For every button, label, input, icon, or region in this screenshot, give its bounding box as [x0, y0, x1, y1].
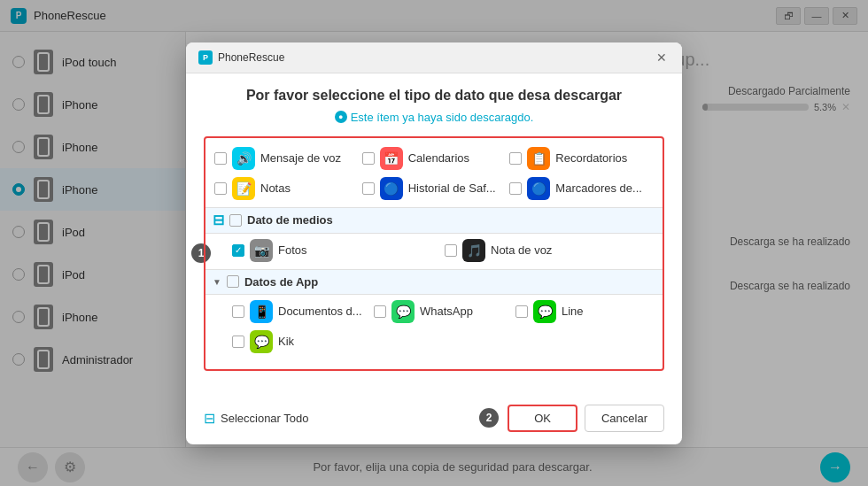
cancel-button[interactable]: Cancelar	[585, 405, 664, 432]
label-historial: Historial de Saf...	[408, 181, 496, 195]
checkbox-historial[interactable]	[362, 182, 375, 195]
checkbox-whatsapp[interactable]	[374, 305, 386, 318]
cell-nota-voz: 🎵 Nota de voz	[445, 239, 654, 262]
data-row-app-2: 💬 Kik	[214, 330, 654, 353]
checkbox-calendarios[interactable]	[362, 152, 375, 165]
select-all-icon: ⊟	[204, 410, 215, 427]
cell-recordatorios: 📋 Recordatorios	[509, 147, 654, 170]
checkbox-recordatorios[interactable]	[509, 152, 522, 165]
cell-line: 💬 Line	[515, 300, 654, 323]
icon-documentos: 📱	[250, 300, 273, 323]
selection-box[interactable]: 🔊 Mensaje de voz 📅 Calendarios 📋	[204, 136, 664, 371]
label-line: Line	[562, 305, 584, 318]
modal-subheading: ● Este ítem ya haya sido descaragdo.	[204, 111, 664, 124]
label-kik: Kik	[278, 335, 294, 348]
cell-mensaje-voz: 🔊 Mensaje de voz	[214, 147, 359, 170]
data-row-media: ✓ 📷 Fotos 🎵 Nota de voz	[214, 239, 654, 262]
selection-wrapper: 1 🔊 Mensaje de voz 📅	[204, 136, 664, 371]
modal-overlay: P PhoneRescue ✕ Por favor seleccione el …	[0, 0, 868, 486]
label-documentos: Documentos d...	[278, 305, 362, 318]
cell-marcadores: 🔵 Marcadores de...	[509, 177, 654, 200]
icon-kik: 💬	[250, 330, 273, 353]
info-icon: ●	[335, 111, 347, 123]
cell-documentos: 📱 Documentos d...	[232, 300, 370, 323]
section-triangle-app: ▼	[213, 277, 221, 287]
modal-heading: Por favor seleccione el tipo de dato que…	[204, 88, 664, 104]
checkbox-nota-voz[interactable]	[445, 244, 457, 257]
label-whatsapp: WhatsApp	[420, 305, 473, 318]
checkbox-marcadores[interactable]	[509, 182, 522, 195]
modal-body: Por favor seleccione el tipo de dato que…	[186, 73, 682, 396]
step2-badge: 2	[479, 408, 499, 428]
cell-notas: 📝 Notas	[214, 177, 359, 200]
section-title-app: Datos de App	[244, 275, 318, 289]
select-all-area: ⊟ Seleccionar Todo	[204, 410, 309, 427]
checkbox-kik[interactable]	[232, 336, 244, 348]
section-header-media: ⊟ Dato de medios	[205, 207, 663, 234]
icon-historial: 🔵	[380, 177, 403, 200]
icon-calendarios: 📅	[380, 147, 403, 170]
label-notas: Notas	[260, 181, 291, 195]
checkbox-media-section[interactable]	[229, 214, 242, 227]
modal-app-name: PhoneRescue	[218, 51, 284, 64]
section-minus-media: ⊟	[213, 213, 224, 228]
icon-fotos: 📷	[250, 239, 273, 262]
app-window: P PhoneRescue 🗗 — ✕ iPod touch	[0, 0, 868, 486]
modal-dialog: P PhoneRescue ✕ Por favor seleccione el …	[186, 42, 682, 444]
footer-right: 2 OK Cancelar	[479, 405, 664, 432]
label-marcadores: Marcadores de...	[555, 181, 642, 195]
select-all-label: Seleccionar Todo	[221, 412, 309, 425]
data-row-2: 📝 Notas 🔵 Historial de Saf... 🔵	[214, 177, 654, 200]
modal-close-button[interactable]: ✕	[654, 50, 670, 66]
icon-mensaje-voz: 🔊	[232, 147, 255, 170]
modal-titlebar-left: P PhoneRescue	[198, 50, 284, 65]
checkbox-line[interactable]	[515, 305, 528, 318]
cell-whatsapp: 💬 WhatsApp	[374, 300, 512, 323]
label-fotos: Fotos	[278, 243, 307, 257]
cell-kik: 💬 Kik	[232, 330, 654, 353]
data-row-1: 🔊 Mensaje de voz 📅 Calendarios 📋	[214, 147, 654, 170]
checkbox-notas[interactable]	[214, 182, 227, 195]
cell-fotos: ✓ 📷 Fotos	[232, 239, 441, 262]
label-calendarios: Calendarios	[408, 151, 469, 165]
cell-calendarios: 📅 Calendarios	[362, 147, 507, 170]
checkbox-documentos[interactable]	[232, 305, 244, 318]
footer-buttons: OK Cancelar	[508, 405, 664, 432]
modal-subheading-text: Este ítem ya haya sido descaragdo.	[351, 111, 534, 124]
ok-button[interactable]: OK	[508, 405, 577, 432]
data-row-app-1: 📱 Documentos d... 💬 WhatsApp 💬	[214, 300, 654, 323]
icon-notas: 📝	[232, 177, 255, 200]
label-nota-voz: Nota de voz	[491, 243, 552, 257]
icon-line: 💬	[533, 300, 556, 323]
icon-marcadores: 🔵	[527, 177, 550, 200]
checkbox-app-section[interactable]	[227, 275, 239, 288]
icon-recordatorios: 📋	[527, 147, 550, 170]
checkbox-fotos[interactable]: ✓	[232, 244, 244, 257]
cell-historial: 🔵 Historial de Saf...	[362, 177, 507, 200]
icon-whatsapp: 💬	[391, 300, 415, 323]
label-mensaje-voz: Mensaje de voz	[260, 151, 341, 165]
section-title-media: Dato de medios	[247, 213, 333, 227]
label-recordatorios: Recordatorios	[555, 151, 627, 165]
modal-logo: P	[198, 50, 213, 65]
checkbox-mensaje-voz[interactable]	[214, 152, 227, 165]
section-header-app: ▼ Datos de App	[205, 269, 663, 295]
icon-nota-voz: 🎵	[462, 239, 485, 262]
modal-titlebar: P PhoneRescue ✕	[186, 42, 682, 73]
modal-footer: ⊟ Seleccionar Todo 2 OK Cancelar	[186, 396, 682, 444]
